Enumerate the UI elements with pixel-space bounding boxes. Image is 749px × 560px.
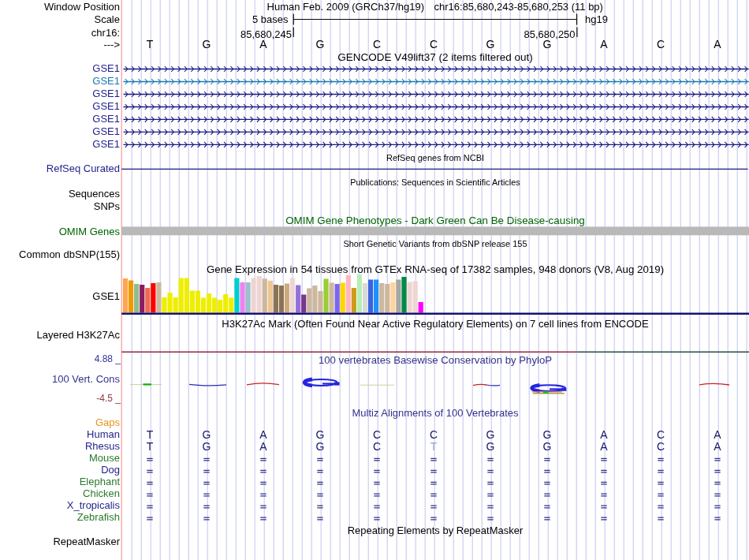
- svg-text:-4.5 _: -4.5 _: [96, 393, 121, 404]
- svg-text:T: T: [147, 428, 154, 441]
- svg-text:Publications: Sequences in Sci: Publications: Sequences in Scientific Ar…: [350, 177, 520, 187]
- svg-text:Zebrafish: Zebrafish: [77, 511, 120, 523]
- svg-text:OMIM Genes: OMIM Genes: [59, 226, 121, 237]
- svg-text:RefSeq Curated: RefSeq Curated: [47, 162, 120, 174]
- svg-text:X_tropicalis: X_tropicalis: [67, 499, 121, 511]
- svg-text:Short Genetic Variants from db: Short Genetic Variants from dbSNP releas…: [343, 239, 527, 248]
- svg-text:Chicken: Chicken: [83, 487, 120, 499]
- svg-text:G: G: [486, 428, 495, 441]
- svg-text:G: G: [543, 428, 552, 441]
- svg-text:A: A: [714, 440, 721, 453]
- svg-text:Gaps: Gaps: [95, 416, 121, 428]
- svg-text:G: G: [543, 440, 552, 453]
- svg-text:RefSeq genes from NCBI: RefSeq genes from NCBI: [386, 153, 484, 162]
- svg-text:Mouse: Mouse: [89, 452, 120, 464]
- svg-text:C: C: [657, 428, 665, 441]
- svg-text:--->: --->: [103, 39, 120, 50]
- svg-text:GSE1: GSE1: [92, 290, 120, 302]
- svg-text:T: T: [147, 440, 154, 453]
- svg-text:G: G: [486, 440, 495, 453]
- svg-text:Sequences: Sequences: [69, 188, 121, 200]
- svg-text:G: G: [543, 38, 552, 50]
- svg-text:Human Feb. 2009 (GRCh37/hg19): Human Feb. 2009 (GRCh37/hg19): [267, 1, 424, 13]
- svg-text:Window Position: Window Position: [44, 1, 120, 13]
- svg-text:A: A: [259, 428, 267, 441]
- svg-text:100 vertebrates Basewise Conse: 100 vertebrates Basewise Conservation by…: [319, 354, 552, 366]
- svg-text:Rhesus: Rhesus: [85, 440, 121, 452]
- svg-text:chr16:85,680,243-85,680,253 (1: chr16:85,680,243-85,680,253 (11 bp): [434, 1, 603, 13]
- svg-text:A: A: [259, 38, 267, 50]
- svg-text:H3K27Ac Mark (Often Found Near: H3K27Ac Mark (Often Found Near Active Re…: [222, 318, 649, 330]
- svg-text:T: T: [147, 38, 154, 50]
- svg-text:T: T: [430, 440, 438, 453]
- svg-text:Repeating Elements by RepeatMa: Repeating Elements by RepeatMasker: [348, 525, 524, 536]
- svg-text:G: G: [203, 428, 211, 441]
- svg-text:G: G: [203, 38, 211, 50]
- svg-text:4.88 _: 4.88 _: [95, 353, 121, 364]
- svg-text:Multiz Alignments of 100 Verte: Multiz Alignments of 100 Vertebrates: [352, 407, 519, 419]
- svg-text:GENCODE V49lift37 (2 items fil: GENCODE V49lift37 (2 items filtered out): [337, 51, 533, 63]
- svg-text:A: A: [600, 38, 608, 50]
- svg-text:Layered H3K27Ac: Layered H3K27Ac: [36, 329, 120, 341]
- svg-text:C: C: [657, 440, 665, 453]
- svg-text:G: G: [486, 38, 495, 50]
- svg-text:GSE1: GSE1: [92, 100, 120, 112]
- svg-text:5 bases: 5 bases: [252, 13, 289, 25]
- svg-text:hg19: hg19: [585, 13, 608, 25]
- svg-text:A: A: [600, 440, 608, 453]
- svg-text:SNPs: SNPs: [94, 200, 121, 212]
- svg-text:RepeatMasker: RepeatMasker: [53, 536, 120, 547]
- svg-text:G: G: [316, 440, 325, 453]
- svg-text:Scale: Scale: [94, 13, 120, 25]
- svg-text:A: A: [259, 440, 267, 453]
- svg-text:C: C: [657, 38, 665, 50]
- svg-text:C: C: [373, 440, 381, 453]
- svg-text:GSE1: GSE1: [92, 75, 120, 87]
- svg-text:GSE1: GSE1: [92, 113, 120, 125]
- svg-text:C: C: [430, 38, 438, 50]
- svg-text:GSE1: GSE1: [92, 138, 120, 150]
- svg-text:G: G: [316, 428, 325, 441]
- svg-text:A: A: [714, 38, 721, 50]
- svg-text:A: A: [600, 428, 608, 441]
- svg-text:C: C: [373, 428, 381, 441]
- svg-text:GSE1: GSE1: [92, 62, 120, 74]
- svg-text:GSE1: GSE1: [92, 88, 120, 99]
- svg-text:chr16:: chr16:: [91, 27, 120, 39]
- svg-text:C: C: [430, 428, 438, 441]
- svg-text:Elephant: Elephant: [80, 476, 121, 487]
- svg-text:G: G: [203, 440, 211, 453]
- svg-text:Human: Human: [87, 428, 120, 440]
- svg-text:Gene Expression in 54 tissues: Gene Expression in 54 tissues from GTEx …: [207, 263, 664, 275]
- svg-text:OMIM Gene Phenotypes - Dark Gr: OMIM Gene Phenotypes - Dark Green Can Be…: [285, 215, 585, 226]
- svg-text:G: G: [316, 38, 325, 50]
- svg-text:Common dbSNP(155): Common dbSNP(155): [19, 248, 120, 260]
- svg-text:100 Vert. Cons: 100 Vert. Cons: [52, 373, 120, 385]
- svg-text:GSE1: GSE1: [92, 125, 120, 137]
- svg-text:C: C: [373, 38, 381, 50]
- svg-text:A: A: [714, 428, 721, 441]
- svg-text:Dog: Dog: [101, 464, 120, 476]
